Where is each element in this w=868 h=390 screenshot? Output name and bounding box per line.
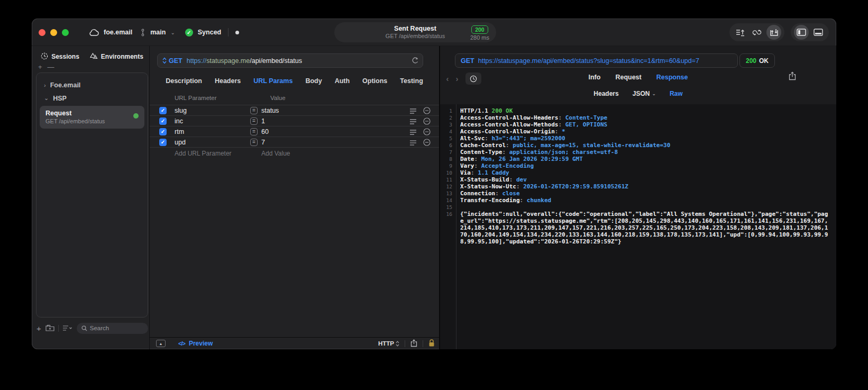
cloud-icon [89,29,99,36]
add-param-row[interactable]: Add URL Parameter Add Value [150,147,439,158]
request-item-subtitle: GET /api/embed/status [45,117,139,125]
tab-auth[interactable]: Auth [335,77,350,85]
desktop: foe.email main ⌄ ✓ Synced Sent Request G… [0,0,868,390]
param-checkbox[interactable] [159,107,167,114]
param-key[interactable]: rtm [175,128,184,135]
code-line: 5Alt-Svc: h3=":443"; ma=2592000 [440,135,836,142]
toggle-sidebar-icon[interactable] [794,25,809,40]
param-value[interactable]: 7 [261,139,265,146]
code-icon: </> [178,340,185,347]
sync-status[interactable]: Synced [198,29,221,36]
unsaved-dot [235,31,239,34]
equals-operator-chip: = [250,107,258,114]
code-line: 15 [440,204,836,211]
request-list-item[interactable]: Request GET /api/embed/status [40,106,144,129]
response-body-view[interactable]: 1HTTP/1.1 200 OK2Access-Control-Allow-He… [440,104,836,349]
tab-url-params[interactable]: URL Params [253,77,293,85]
param-row-upd: upd=7 [150,137,439,147]
column-header-parameter: URL Parameter [175,95,216,101]
send-queue-icon[interactable] [733,25,747,40]
toggle-bottom-panel-icon[interactable] [811,25,826,40]
param-checkbox[interactable] [159,117,167,125]
environments-icon [90,52,98,61]
subtab-headers[interactable]: Headers [593,90,618,97]
param-value[interactable]: status [261,107,279,114]
method-label[interactable]: GET [169,57,182,65]
tab-headers[interactable]: Headers [215,77,241,85]
tab-info[interactable]: Info [589,74,601,81]
search-input[interactable]: Search [77,323,148,334]
tab-sessions[interactable]: Sessions [41,52,79,61]
tab-description[interactable]: Description [166,77,202,85]
response-panel: GET https://statuspage.me/api/embed/stat… [440,46,836,349]
tab-testing[interactable]: Testing [400,77,423,85]
tab-body[interactable]: Body [305,77,322,85]
code-line: 10Via: 1.1 Caddy [440,169,836,176]
preview-label: Preview [189,340,213,347]
url-path: /api/embed/status [250,57,302,65]
tab-environments[interactable]: Environments [90,52,143,61]
request-item-title: Request [45,109,139,117]
method-select-icon[interactable] [162,57,167,64]
request-status-dot [133,113,139,119]
tree-item-hsp[interactable]: ⌄ HSP [36,92,148,105]
url-params-table: URL Parameter Value slug=statusinc=1rtm=… [150,95,439,158]
editor-tabs: DescriptionHeadersURL ParamsBodyAuthOpti… [150,77,439,85]
toolbar-divider [58,325,59,332]
param-key[interactable]: upd [175,139,186,146]
new-folder-icon[interactable] [45,324,54,332]
status-code: 200 [746,57,756,65]
titlebar-separator [228,28,229,37]
param-key[interactable]: slug [175,107,187,114]
equals-operator-chip: = [250,117,258,125]
add-param-placeholder[interactable]: Add URL Parameter [175,150,232,157]
param-checkbox[interactable] [159,139,167,146]
response-status-badge: 200 OK [739,53,775,68]
sync-loop-icon[interactable] [750,25,764,40]
request-summary-capsule[interactable]: Sent Request GET /api/embed/status 200 2… [334,22,496,42]
request-editor: GET https://statuspage.me/api/embed/stat… [150,46,439,349]
add-request-icon[interactable]: + [36,324,42,332]
param-row-slug: slug=status [150,105,439,115]
code-line: 3Access-Control-Allow-Methods: GET, OPTI… [440,121,836,128]
toolbar-group-actions [729,23,784,41]
protocol-selector[interactable]: HTTP [378,340,399,347]
response-method: GET [461,57,474,65]
tree-item-foe-email[interactable]: › Foe.email [36,78,148,92]
collapse-panel-icon[interactable]: ▲ [156,340,166,347]
subtab-json[interactable]: JSON⌄ [633,90,656,97]
request-url-bar[interactable]: GET https://statuspage.me/api/embed/stat… [157,53,423,68]
preview-button[interactable]: </> Preview [178,340,213,347]
minimize-button[interactable] [50,29,57,36]
tab-response[interactable]: Response [656,74,688,81]
code-line: 2Access-Control-Allow-Headers: Content-T… [440,114,836,121]
remove-session-icon[interactable]: — [48,63,54,71]
param-key[interactable]: inc [175,117,183,125]
share-icon[interactable] [410,339,417,348]
branch-name[interactable]: main [150,29,166,36]
add-session-icon[interactable]: + [38,63,42,71]
reload-icon[interactable] [412,57,419,66]
import-export-icon[interactable] [766,25,781,40]
param-value[interactable]: 60 [261,128,269,135]
param-value[interactable]: 1 [261,117,265,125]
add-value-placeholder[interactable]: Add Value [261,150,290,157]
chevron-right-icon: › [44,82,46,88]
tab-options[interactable]: Options [362,77,387,85]
request-duration: 280 ms [470,34,489,42]
chevron-down-icon[interactable]: ⌄ [170,30,175,35]
code-line: 9Vary: Accept-Encoding [440,162,836,169]
project-name[interactable]: foe.email [104,29,132,36]
export-response-icon[interactable] [789,71,796,82]
param-checkbox[interactable] [159,128,167,135]
tree-label: HSP [53,95,67,102]
close-button[interactable] [39,29,45,36]
sort-list-icon[interactable] [62,325,73,331]
tab-request[interactable]: Request [615,74,641,81]
zoom-button[interactable] [62,29,69,36]
response-url-bar[interactable]: GET https://statuspage.me/api/embed/stat… [455,53,738,68]
param-row-rtm: rtm=60 [150,126,439,137]
search-icon [81,325,87,331]
subtab-raw[interactable]: Raw [670,90,683,97]
code-line: 13Connection: close [440,190,836,197]
